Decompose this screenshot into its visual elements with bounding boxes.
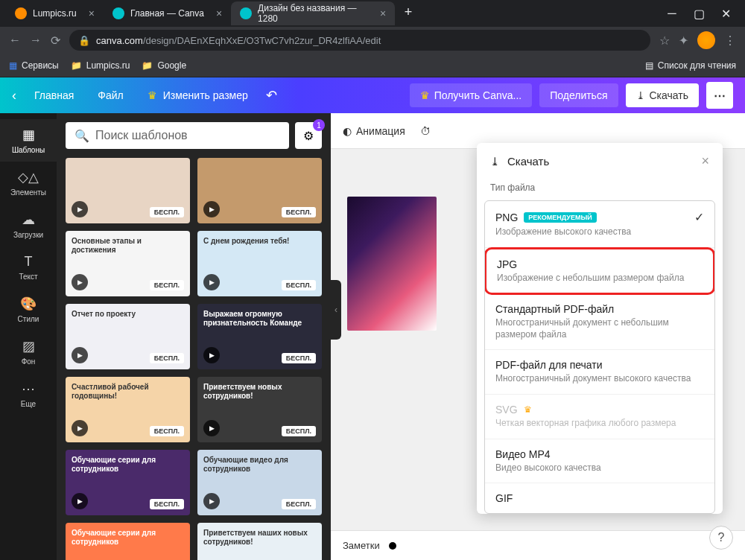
template-text: Отчет по проекту [66,304,142,325]
crown-icon: ♛ [524,404,532,415]
forward-icon[interactable]: → [30,34,42,47]
new-tab-button[interactable]: + [398,1,419,22]
sidebar-item-elements[interactable]: ◇△Элементы [0,162,57,204]
bookmark-services[interactable]: ▦Сервисы [9,60,59,71]
template-card[interactable]: Приветствуем наших новых сотрудников!▶БЕ… [197,523,322,560]
template-card[interactable]: Счастливой рабочей годовщины!▶БЕСПЛ. [66,377,190,442]
reload-icon[interactable]: ⟳ [51,34,60,48]
play-icon: ▶ [72,347,88,363]
get-pro-button[interactable]: ♛Получить Canva... [410,83,533,107]
sidebar-label: Загрузки [13,231,43,239]
file-type-option[interactable]: SVG ♛Четкая векторная графика любого раз… [485,395,714,439]
get-pro-label: Получить Canva... [434,89,522,101]
undo-icon[interactable]: ↶ [266,87,277,104]
file-type-option[interactable]: JPGИзображение с небольшим размером файл… [484,247,715,296]
free-badge: БЕСПЛ. [282,207,316,217]
file-type-option[interactable]: PNG РЕКОМЕНДУЕМЫЙ✓Изображение высокого к… [485,201,714,248]
close-icon[interactable]: × [216,7,222,19]
file-type-dropdown[interactable]: PNG РЕКОМЕНДУЕМЫЙ✓Изображение высокого к… [484,200,715,514]
browser-tab-canva-home[interactable]: Главная — Canva × [104,1,231,25]
templates-grid: ▶БЕСПЛ.▶БЕСПЛ.Основные этапы и достижени… [57,158,331,560]
search-input[interactable]: 🔍 Поиск шаблонов [66,122,289,149]
close-window-icon[interactable]: ✕ [718,7,733,21]
template-card[interactable]: ▶БЕСПЛ. [66,158,190,223]
reading-list-label: Список для чтения [658,60,736,71]
download-icon: ⤓ [636,89,645,101]
close-icon[interactable]: × [701,153,709,169]
background-icon: ▨ [22,338,35,354]
free-badge: БЕСПЛ. [150,207,184,217]
bookmark-label: Сервисы [22,60,59,71]
browser-tab-design[interactable]: Дизайн без названия — 1280 × [231,1,395,25]
play-icon: ▶ [72,420,88,436]
bookmark-label: Google [157,60,186,71]
play-icon: ▶ [72,493,88,509]
sidebar-item-templates[interactable]: ▦Шаблоны [0,119,57,162]
notes-button[interactable]: Заметки [343,540,380,551]
browser-titlebar: Lumpics.ru × Главная — Canva × Дизайн бе… [0,0,745,27]
profile-avatar[interactable] [697,31,715,49]
back-icon[interactable]: ← [9,34,21,47]
template-text: Основные этапы и достижения [66,231,190,261]
template-card[interactable]: Обучающие серии для сотрудников▶БЕСПЛ. [66,523,190,560]
resize-button[interactable]: ♛Изменить размер [142,89,254,101]
share-button[interactable]: Поделиться [539,83,618,107]
template-card[interactable]: Обучающие серии для сотрудников▶БЕСПЛ. [66,450,190,515]
file-type-option[interactable]: GIF [485,483,714,513]
template-text: Обучающие серии для сотрудников [66,450,190,480]
sidebar-item-uploads[interactable]: ☁Загрузки [0,204,57,246]
close-icon[interactable]: × [89,7,95,19]
panel-collapse-handle[interactable]: ‹ [331,280,341,340]
sidebar-item-styles[interactable]: 🎨Стили [0,288,57,331]
filter-button[interactable]: ⚙ 1 [295,122,322,149]
download-button[interactable]: ⤓Скачать [626,83,700,107]
sidebar-item-background[interactable]: ▨Фон [0,331,57,373]
file-menu[interactable]: Файл [92,89,129,101]
file-type-option[interactable]: Видео MP4Видео высокого качества [485,439,714,484]
more-button[interactable]: ⋯ [706,82,733,109]
url-input[interactable]: 🔒 canva.com/design/DAEnXEqhXxE/O3TwC7vh2… [69,30,650,51]
canvas-image[interactable] [347,197,437,331]
template-card[interactable]: Отчет по проекту▶БЕСПЛ. [66,304,190,369]
tab-title: Lumpics.ru [33,8,77,19]
template-card[interactable]: Обучающие видео для сотрудников▶БЕСПЛ. [197,450,322,515]
template-card[interactable]: Приветствуем новых сотрудников!▶БЕСПЛ. [197,377,322,442]
free-badge: БЕСПЛ. [150,499,184,509]
file-type-option[interactable]: Стандартный PDF-файлМногостраничный доку… [485,294,714,350]
option-title: GIF [495,492,704,504]
timer-button[interactable]: ⏱ [420,125,431,137]
template-card[interactable]: Основные этапы и достижения▶БЕСПЛ. [66,231,190,296]
menu-icon[interactable]: ⋮ [724,34,736,48]
close-icon[interactable]: × [380,7,386,19]
sidebar-item-more[interactable]: ⋯Еще [0,373,57,416]
url-path: /design/DAEnXEqhXxE/O3TwC7vh2zur_DR4zlfi… [143,35,381,46]
template-card[interactable]: ▶БЕСПЛ. [197,158,322,223]
template-card[interactable]: С днем рождения тебя!▶БЕСПЛ. [197,231,322,296]
play-icon: ▶ [203,201,220,217]
help-button[interactable]: ? [709,526,733,550]
extension-icon[interactable]: ✦ [679,34,688,48]
browser-tab-lumpics[interactable]: Lumpics.ru × [6,1,104,25]
back-icon[interactable]: ‹ [12,88,16,104]
template-text: С днем рождения тебя! [197,231,295,252]
template-card[interactable]: Выражаем огромную признательность Команд… [197,304,322,369]
sidebar-label: Текст [19,273,37,281]
bookmark-google[interactable]: 📁Google [142,60,186,71]
minimize-icon[interactable]: ─ [665,7,679,21]
home-link[interactable]: Главная [28,89,80,101]
bookmark-lumpics[interactable]: 📁Lumpics.ru [71,60,130,71]
animation-button[interactable]: ◐Анимация [343,125,405,137]
free-badge: БЕСПЛ. [150,426,184,436]
reading-list-button[interactable]: ▤Список для чтения [645,60,736,71]
sidebar-item-text[interactable]: TТекст [0,246,57,288]
play-icon: ▶ [203,347,220,363]
url-host: canva.com [96,35,143,46]
list-icon: ▤ [645,60,653,71]
maximize-icon[interactable]: ▢ [691,7,706,21]
templates-panel: 🔍 Поиск шаблонов ⚙ 1 ▶БЕСПЛ.▶БЕСПЛ.Основ… [57,113,331,560]
bookmark-label: Lumpics.ru [86,60,130,71]
file-type-option[interactable]: PDF-файл для печатиМногостраничный докум… [485,350,714,395]
sidebar-label: Элементы [10,188,46,197]
star-icon[interactable]: ☆ [659,34,670,48]
search-icon: 🔍 [74,129,89,143]
